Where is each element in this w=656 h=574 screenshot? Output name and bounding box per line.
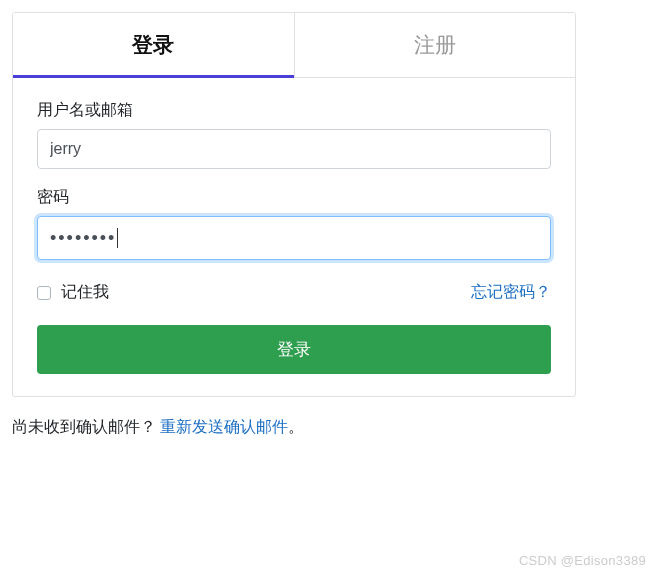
password-group: 密码 •••••••• [37, 187, 551, 260]
forgot-password-link[interactable]: 忘记密码？ [471, 282, 551, 303]
watermark: CSDN @Edison3389 [519, 553, 646, 568]
password-input[interactable]: •••••••• [37, 216, 551, 260]
tab-login[interactable]: 登录 [13, 13, 294, 77]
remember-label: 记住我 [61, 282, 109, 303]
login-form: 用户名或邮箱 密码 •••••••• 记住我 忘记密码？ 登录 [13, 78, 575, 396]
login-button[interactable]: 登录 [37, 325, 551, 374]
remember-wrap: 记住我 [37, 282, 109, 303]
resend-period: 。 [288, 418, 304, 435]
password-masked-value: •••••••• [50, 227, 116, 249]
auth-tabs: 登录 注册 [13, 13, 575, 78]
resend-prompt: 尚未收到确认邮件？ [12, 418, 160, 435]
username-group: 用户名或邮箱 [37, 100, 551, 169]
username-label: 用户名或邮箱 [37, 100, 551, 121]
login-card: 登录 注册 用户名或邮箱 密码 •••••••• 记住我 忘记密码？ 登录 [12, 12, 576, 397]
username-input[interactable] [37, 129, 551, 169]
tab-register[interactable]: 注册 [294, 13, 576, 77]
remember-checkbox[interactable] [37, 286, 51, 300]
password-label: 密码 [37, 187, 551, 208]
resend-footer: 尚未收到确认邮件？ 重新发送确认邮件。 [12, 417, 644, 438]
text-caret [117, 228, 118, 248]
options-row: 记住我 忘记密码？ [37, 282, 551, 303]
resend-confirmation-link[interactable]: 重新发送确认邮件 [160, 418, 288, 435]
